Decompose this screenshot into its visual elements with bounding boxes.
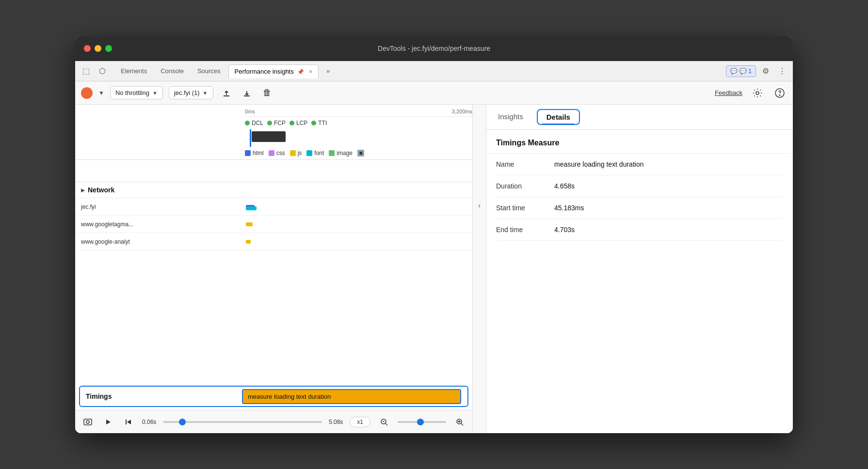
network-section: ▶ Network jec.fyi www.googletagma... bbox=[75, 182, 472, 410]
list-item[interactable]: jec.fyi bbox=[75, 198, 472, 216]
legend-html: html bbox=[245, 150, 264, 156]
detail-row-end-time: End time 4.703s bbox=[496, 219, 783, 241]
collapse-panel-button[interactable]: › bbox=[473, 105, 486, 433]
svg-point-0 bbox=[756, 92, 759, 94]
css-label: css bbox=[276, 150, 285, 156]
marker-lcp: LCP bbox=[289, 120, 307, 126]
detail-value-end-time: 4.703s bbox=[554, 226, 575, 234]
svg-line-12 bbox=[461, 423, 463, 425]
toolbar-right: Feedback bbox=[715, 86, 787, 100]
marker-tti: TTI bbox=[311, 120, 327, 126]
help-icon[interactable] bbox=[772, 86, 787, 100]
upload-button[interactable] bbox=[219, 86, 234, 100]
feedback-link[interactable]: Feedback bbox=[715, 89, 742, 96]
svg-rect-3 bbox=[84, 419, 92, 425]
network-row-label: www.google-analyt bbox=[75, 238, 244, 245]
timeline-ruler: 0ms 3,200ms bbox=[245, 105, 472, 117]
toolbar: ▼ No throttling ▼ jec.fyi (1) ▼ 🗑 Feedba… bbox=[75, 81, 793, 105]
traffic-lights bbox=[84, 45, 112, 52]
timings-label: Timings bbox=[80, 392, 240, 400]
network-chevron-icon[interactable]: ▶ bbox=[81, 188, 85, 193]
tab-elements[interactable]: Elements bbox=[115, 64, 153, 78]
legend-js: js bbox=[290, 150, 302, 156]
delete-button[interactable]: 🗑 bbox=[260, 86, 274, 100]
record-dropdown-arrow[interactable]: ▼ bbox=[98, 90, 104, 96]
chat-badge-button[interactable]: 💬 💬 1 bbox=[726, 65, 756, 77]
font-bar bbox=[246, 206, 257, 210]
detail-label-duration: Duration bbox=[496, 182, 554, 190]
skip-to-start-button[interactable] bbox=[122, 415, 135, 429]
tab-close-icon[interactable]: × bbox=[309, 68, 312, 75]
cursor-icon[interactable]: ⬚ bbox=[79, 64, 93, 78]
network-title-text: Network bbox=[88, 186, 114, 194]
speed-select[interactable]: x1 bbox=[350, 417, 370, 427]
window-title: DevTools - jec.fyi/demo/perf-measure bbox=[378, 45, 490, 52]
tab-console[interactable]: Console bbox=[155, 64, 190, 78]
settings-cogwheel-icon[interactable] bbox=[750, 86, 765, 100]
timeline-thumb[interactable] bbox=[179, 419, 186, 425]
detail-value-start-time: 45.183ms bbox=[554, 204, 584, 212]
maximize-button[interactable] bbox=[105, 45, 112, 52]
device-icon[interactable]: ⬡ bbox=[96, 64, 109, 78]
list-item[interactable]: www.google-analyt bbox=[75, 233, 472, 250]
minimize-button[interactable] bbox=[95, 45, 101, 52]
zoom-slider[interactable] bbox=[398, 421, 446, 423]
chat-icon: 💬 bbox=[730, 68, 738, 75]
timings-row[interactable]: Timings measure loading text duration bbox=[79, 386, 468, 407]
tab-sources[interactable]: Sources bbox=[192, 64, 226, 78]
detail-value-duration: 4.658s bbox=[554, 182, 575, 190]
svg-point-2 bbox=[779, 94, 780, 95]
js-label: js bbox=[298, 150, 302, 156]
svg-rect-5 bbox=[126, 420, 127, 424]
details-table: Name measure loading text duration Durat… bbox=[486, 154, 793, 241]
svg-line-8 bbox=[386, 423, 387, 425]
title-bar: DevTools - jec.fyi/demo/perf-measure bbox=[75, 36, 793, 61]
zoom-thumb[interactable] bbox=[417, 419, 424, 425]
tab-details[interactable]: Details bbox=[537, 109, 580, 125]
record-button[interactable] bbox=[81, 87, 93, 99]
close-button[interactable] bbox=[84, 45, 91, 52]
detail-value-name: measure loading text duration bbox=[554, 160, 643, 168]
tti-dot bbox=[311, 121, 316, 125]
timeline-area: 0ms 3,200ms DCL FCP LCP bbox=[75, 105, 472, 182]
detail-label-name: Name bbox=[496, 160, 554, 168]
throttling-label: No throttling bbox=[115, 89, 149, 96]
network-title: ▶ Network bbox=[81, 186, 114, 194]
legend-font: font bbox=[306, 150, 324, 156]
tab-details-label: Details bbox=[547, 113, 570, 121]
session-arrow: ▼ bbox=[203, 90, 208, 96]
network-row-label: www.googletagma... bbox=[75, 221, 244, 228]
marker-dcl: DCL bbox=[245, 120, 263, 126]
zoom-out-button[interactable] bbox=[377, 415, 391, 429]
font-label: font bbox=[314, 150, 324, 156]
list-item[interactable]: www.googletagma... bbox=[75, 216, 472, 233]
more-icon[interactable]: ⋮ bbox=[775, 64, 789, 78]
session-select[interactable]: jec.fyi (1) ▼ bbox=[169, 86, 213, 99]
settings-icon[interactable]: ⚙ bbox=[759, 64, 772, 78]
tab-more[interactable]: » bbox=[321, 64, 336, 78]
detail-row-duration: Duration 4.658s bbox=[496, 175, 783, 197]
download-button[interactable] bbox=[240, 86, 254, 100]
legend-more: ■ bbox=[357, 150, 364, 156]
fcp-label: FCP bbox=[274, 120, 286, 126]
session-label: jec.fyi (1) bbox=[174, 89, 200, 96]
lcp-label: LCP bbox=[296, 120, 307, 126]
dcl-dot bbox=[245, 121, 250, 125]
css-color-box bbox=[269, 150, 274, 156]
play-button[interactable] bbox=[101, 415, 115, 429]
throttling-select[interactable]: No throttling ▼ bbox=[110, 86, 163, 99]
js-bar-2 bbox=[246, 240, 251, 244]
devtools-window: DevTools - jec.fyi/demo/perf-measure ⬚ ⬡… bbox=[75, 36, 793, 433]
tab-performance-insights[interactable]: Performance insights 📌 × bbox=[228, 64, 319, 78]
tab-insights[interactable]: Insights bbox=[496, 109, 525, 125]
detail-row-start-time: Start time 45.183ms bbox=[496, 197, 783, 219]
network-row-label: jec.fyi bbox=[75, 203, 244, 210]
zoom-in-button[interactable] bbox=[453, 415, 466, 429]
timings-bar-area: measure loading text duration bbox=[240, 387, 467, 406]
screenshot-toggle-icon[interactable] bbox=[81, 415, 95, 429]
timeline-slider[interactable] bbox=[163, 421, 322, 423]
left-panel: 0ms 3,200ms DCL FCP LCP bbox=[75, 105, 473, 433]
right-panel-header: Insights Details bbox=[486, 105, 793, 130]
right-panel: Insights Details Timings Measure Name me… bbox=[486, 105, 793, 433]
image-color-box bbox=[329, 150, 335, 156]
